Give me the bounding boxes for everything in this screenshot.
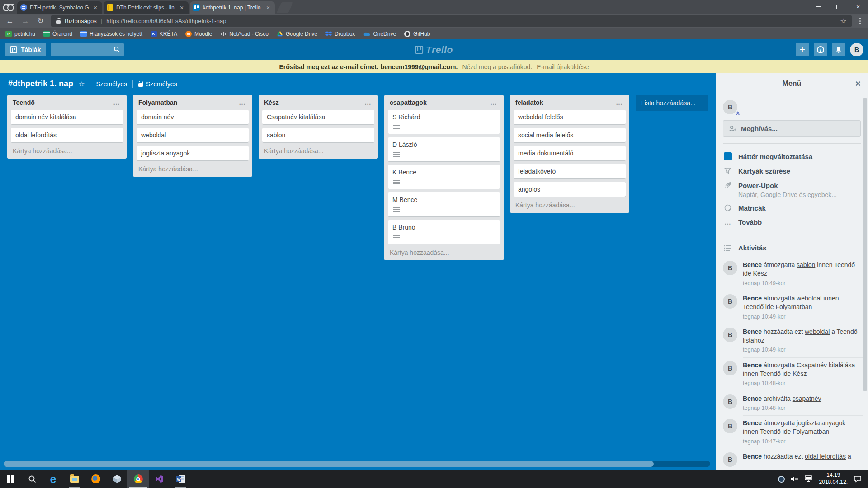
boards-button[interactable]: Táblák bbox=[5, 43, 46, 56]
add-list-button[interactable]: Lista hozzáadása... bbox=[636, 95, 708, 111]
taskbar-word-button[interactable]: W bbox=[170, 470, 191, 488]
tab-trello-active[interactable]: #dthpetrik 1. nap | Trello × bbox=[190, 1, 275, 14]
info-button[interactable]: i bbox=[814, 43, 827, 56]
search-input[interactable] bbox=[51, 43, 124, 56]
create-button[interactable]: + bbox=[796, 43, 809, 56]
board-team[interactable]: Személyes bbox=[138, 80, 177, 88]
menu-item-power-ups[interactable]: Power-Upok bbox=[723, 178, 861, 192]
card[interactable]: oldal lefordítás bbox=[11, 128, 123, 142]
invite-button[interactable]: Meghívás... bbox=[723, 120, 861, 137]
taskbar-virtualbox-button[interactable] bbox=[106, 470, 127, 488]
card[interactable]: D László bbox=[388, 137, 500, 161]
forward-button[interactable]: → bbox=[20, 17, 31, 26]
activity-card-link[interactable]: Csapatnév kitalálása bbox=[797, 361, 855, 369]
list-menu-icon[interactable]: … bbox=[615, 100, 624, 105]
notifications-button[interactable] bbox=[832, 43, 845, 56]
add-card-button[interactable]: Kártya hozzáadása... bbox=[388, 248, 500, 257]
activity-user[interactable]: Bence bbox=[743, 295, 762, 302]
card[interactable]: K Bence bbox=[388, 165, 500, 189]
bookmark-moodle[interactable]: mMoodle bbox=[185, 31, 212, 37]
tab-close-icon[interactable]: × bbox=[178, 4, 185, 11]
browser-menu-icon[interactable] bbox=[857, 18, 864, 25]
taskbar-search-button[interactable] bbox=[21, 470, 42, 488]
bookmark-dropbox[interactable]: Dropbox bbox=[326, 31, 355, 37]
taskbar-clock[interactable]: 14:19 2018.04.12. bbox=[819, 472, 848, 486]
activity-user[interactable]: Bence bbox=[743, 328, 762, 335]
reload-button[interactable]: ↻ bbox=[35, 16, 46, 26]
volume-muted-icon[interactable] bbox=[791, 475, 799, 483]
activity-user[interactable]: Bence bbox=[743, 261, 762, 268]
activity-card-link[interactable]: weboldal bbox=[797, 295, 821, 302]
bookmark-github[interactable]: GitHub bbox=[404, 31, 430, 37]
network-icon[interactable] bbox=[805, 475, 813, 483]
tab-lino[interactable]: DTh Petrik exit slips - lino × bbox=[104, 1, 189, 14]
activity-card-link[interactable]: oldal lefordítás bbox=[805, 453, 846, 460]
list-title[interactable]: Kész bbox=[264, 99, 363, 106]
add-card-button[interactable]: Kártya hozzáadása... bbox=[11, 146, 123, 155]
activity-card-link[interactable]: jogtiszta anyagok bbox=[797, 419, 845, 427]
activity-user[interactable]: Bence bbox=[743, 419, 762, 427]
card[interactable]: Csapatnév kitalálása bbox=[262, 110, 374, 124]
list-menu-icon[interactable]: … bbox=[238, 100, 247, 105]
bookmark-netacad[interactable]: NetAcad - Cisco bbox=[220, 31, 269, 37]
resend-email-link[interactable]: E-mail újraküldése bbox=[537, 63, 589, 70]
taskbar-chrome-button[interactable] bbox=[127, 470, 149, 488]
horizontal-scrollbar[interactable] bbox=[4, 461, 710, 467]
menu-item-filter-cards[interactable]: Kártyák szűrése bbox=[723, 164, 861, 178]
start-button[interactable] bbox=[0, 470, 21, 488]
card[interactable]: angolos bbox=[514, 182, 626, 197]
bookmark-petrik[interactable]: Ppetrik.hu bbox=[5, 31, 35, 37]
card[interactable]: S Richárd bbox=[388, 110, 500, 134]
card[interactable]: weboldal felelős bbox=[514, 110, 626, 124]
activity-card-link[interactable]: weboldal bbox=[805, 328, 830, 335]
address-bar[interactable]: Biztonságos | https://trello.com/b/U6cME… bbox=[51, 15, 852, 27]
taskbar-firefox-button[interactable] bbox=[85, 470, 106, 488]
card[interactable]: domain név bbox=[137, 110, 249, 124]
add-card-button[interactable]: Kártya hozzáadása... bbox=[137, 164, 249, 173]
card[interactable]: social media felelős bbox=[514, 128, 626, 142]
list-title[interactable]: Folyamatban bbox=[138, 99, 238, 106]
bookmark-kreta[interactable]: KKRÉTA bbox=[151, 31, 177, 37]
bookmark-orarend[interactable]: Órarend bbox=[43, 31, 72, 37]
activity-card-link[interactable]: csapatnév bbox=[793, 395, 821, 402]
activity-user[interactable]: Bence bbox=[743, 453, 762, 460]
restore-button[interactable] bbox=[828, 0, 848, 14]
card[interactable]: weboldal bbox=[137, 128, 249, 142]
list-title[interactable]: csapattagok bbox=[390, 99, 489, 106]
tab-close-icon[interactable]: × bbox=[264, 4, 272, 11]
bookmark-star-icon[interactable]: ☆ bbox=[840, 17, 846, 25]
card[interactable]: B Brúnó bbox=[388, 220, 500, 244]
taskbar-edge-button[interactable]: e bbox=[42, 470, 64, 488]
taskbar-explorer-button[interactable] bbox=[64, 470, 85, 488]
menu-close-icon[interactable]: × bbox=[855, 79, 861, 88]
card[interactable]: M Bence bbox=[388, 192, 500, 216]
activity-user[interactable]: Bence bbox=[743, 395, 762, 402]
activity-card-link[interactable]: sablon bbox=[797, 261, 815, 268]
member-avatar[interactable]: B bbox=[723, 100, 737, 114]
user-avatar[interactable]: B bbox=[850, 43, 863, 56]
card[interactable]: feladatkövető bbox=[514, 164, 626, 178]
action-center-icon[interactable] bbox=[854, 475, 862, 483]
new-tab-button[interactable] bbox=[276, 2, 293, 13]
bookmark-gdrive[interactable]: Google Drive bbox=[277, 31, 317, 37]
back-button[interactable]: ← bbox=[5, 17, 15, 26]
list-menu-icon[interactable]: … bbox=[489, 100, 498, 105]
close-button[interactable]: × bbox=[848, 0, 868, 14]
list-title[interactable]: feladatok bbox=[515, 99, 615, 106]
menu-item-change-background[interactable]: Háttér megváltoztatása bbox=[723, 149, 861, 164]
tab-close-icon[interactable]: × bbox=[92, 4, 99, 11]
tab-symbaloo[interactable]: DTH petrik- Symbaloo Ga × bbox=[17, 1, 102, 14]
card[interactable]: sablon bbox=[262, 128, 374, 142]
activity-user[interactable]: Bence bbox=[743, 361, 762, 369]
list-menu-icon[interactable]: … bbox=[112, 100, 121, 105]
card[interactable]: domain név kitalálása bbox=[11, 110, 123, 124]
list-title[interactable]: Teendő bbox=[13, 99, 112, 106]
board-visibility[interactable]: Személyes bbox=[96, 80, 127, 88]
add-card-button[interactable]: Kártya hozzáadása... bbox=[262, 146, 374, 155]
minimize-button[interactable] bbox=[808, 0, 828, 14]
vertical-scrollbar[interactable] bbox=[863, 98, 867, 391]
taskbar-visualstudio-button[interactable] bbox=[149, 470, 170, 488]
scrollbar-thumb[interactable] bbox=[4, 461, 654, 467]
menu-item-more[interactable]: … Tovább bbox=[723, 215, 861, 229]
bookmark-onedrive[interactable]: OneDrive bbox=[363, 31, 396, 37]
